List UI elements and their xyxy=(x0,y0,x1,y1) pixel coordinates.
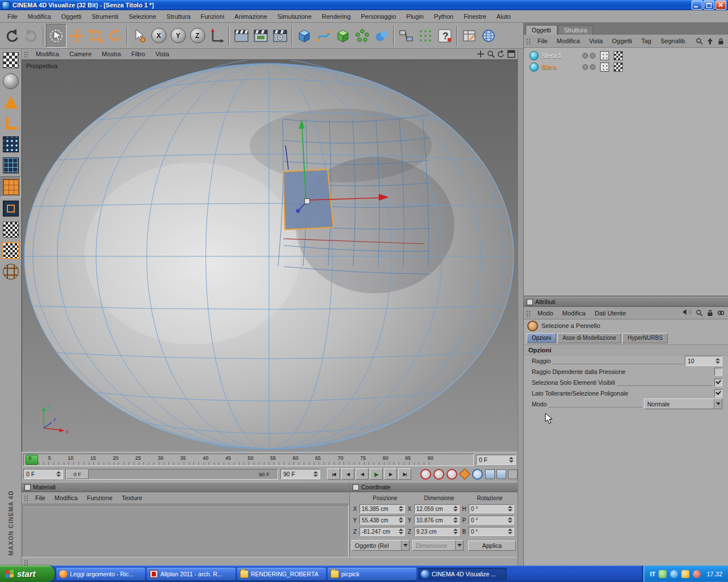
timeline-ruler[interactable]: 051015202530354045505560657075808590 xyxy=(23,454,474,466)
undo-icon[interactable] xyxy=(2,24,22,47)
panel-grip[interactable] xyxy=(526,38,531,44)
menu-item[interactable]: Funzioni xyxy=(196,12,230,21)
history-back-icon[interactable] xyxy=(682,309,686,315)
coordinate-mode-dropdown[interactable]: Oggetto (Rel xyxy=(351,540,410,551)
taskbar-task-rendering-folder[interactable]: RENDERING_ROBERTA xyxy=(237,568,326,580)
pressure-checkbox[interactable] xyxy=(714,368,722,376)
edges-mode-icon[interactable] xyxy=(1,155,20,175)
content-browser-icon[interactable] xyxy=(479,24,498,47)
modo-dropdown[interactable]: Normale xyxy=(644,398,722,409)
menu-item[interactable]: File xyxy=(2,12,23,21)
autokey-button[interactable] xyxy=(472,469,483,480)
search-icon[interactable] xyxy=(695,37,704,45)
playback-options-icon[interactable] xyxy=(497,469,506,479)
menu-item[interactable]: Rendering xyxy=(317,12,356,21)
phong-tag-icon[interactable] xyxy=(600,63,609,72)
viewport-menu-item[interactable]: Camere xyxy=(64,51,97,57)
menu-item[interactable]: Struttura xyxy=(162,12,196,21)
add-metaball-icon[interactable] xyxy=(372,24,391,47)
transport-button[interactable]: ◀ xyxy=(341,468,354,480)
tab-struttura[interactable]: Struttura xyxy=(558,25,593,35)
tray-icon-shield[interactable] xyxy=(659,570,667,578)
viewport-menu-item[interactable]: Vista xyxy=(150,51,174,57)
taskbar-task-cinema4d[interactable]: CINEMA 4D Visualize ... xyxy=(418,568,507,580)
menu-item[interactable]: Oggetti xyxy=(56,12,86,21)
visible-only-checkbox[interactable] xyxy=(714,379,722,386)
viewport-menu-item[interactable]: Modifica xyxy=(31,51,64,57)
tray-icon-volume[interactable] xyxy=(693,570,701,578)
texture-tag-icon[interactable] xyxy=(614,63,623,72)
om-menu-item[interactable]: Tag xyxy=(636,37,656,45)
keyframe-selection-icon[interactable] xyxy=(485,469,495,479)
coordinate-system-icon[interactable] xyxy=(207,24,226,47)
menu-item[interactable]: Python xyxy=(429,12,458,21)
menu-item[interactable]: Simulazione xyxy=(272,12,317,21)
add-spline-icon[interactable] xyxy=(314,24,333,47)
lock-y-axis-icon[interactable]: Y xyxy=(168,24,188,47)
particles-icon[interactable] xyxy=(416,24,435,47)
lock-x-axis-icon[interactable]: X xyxy=(149,24,168,47)
materials-menu-item[interactable]: Funzione xyxy=(82,494,117,502)
om-menu-item[interactable]: Segnalib. xyxy=(656,37,691,45)
record-scale-button[interactable] xyxy=(433,469,444,480)
points-mode-icon[interactable] xyxy=(1,134,20,154)
rotate-icon[interactable] xyxy=(105,24,125,47)
object-list[interactable]: Sfera.1 Sfera xyxy=(524,48,728,297)
pan-view-icon[interactable] xyxy=(476,50,485,58)
attributes-title-bar[interactable]: Attributi xyxy=(524,297,728,307)
record-rotation-button[interactable] xyxy=(446,469,457,480)
loop-start-field[interactable]: 0 F xyxy=(23,469,63,479)
render-view-icon[interactable] xyxy=(231,24,251,47)
render-picture-viewer-icon[interactable] xyxy=(270,24,289,47)
panel-grip[interactable] xyxy=(526,310,531,317)
taskbar-task-firefox[interactable]: Leggi argomento - Ric... xyxy=(56,568,145,580)
gizmo-center-handle[interactable] xyxy=(305,199,310,204)
link-icon[interactable] xyxy=(717,309,725,317)
menu-item[interactable]: Finestre xyxy=(458,12,491,21)
taskbar-task-picpick-folder[interactable]: picpick xyxy=(328,568,416,580)
record-parameter-icon[interactable] xyxy=(459,468,470,480)
dim-z-field[interactable]: 9.23 cm xyxy=(414,527,460,536)
preview-range-slider[interactable]: 0 F 90 F xyxy=(65,469,278,480)
menu-item[interactable]: Personaggio xyxy=(356,12,402,21)
viewport-solo-icon[interactable] xyxy=(1,261,20,281)
tab-oggetti[interactable]: Oggetti xyxy=(526,25,557,35)
materials-menu-item[interactable]: Modifica xyxy=(50,494,82,502)
scale-icon[interactable] xyxy=(86,24,105,47)
raggio-field[interactable]: 10 xyxy=(685,356,722,366)
transport-button[interactable]: ▶ xyxy=(370,468,383,480)
close-button[interactable] xyxy=(715,1,726,10)
texture-mode-icon[interactable] xyxy=(1,219,20,239)
add-hypernurbs-icon[interactable] xyxy=(333,24,353,47)
object-axis-mode-icon[interactable] xyxy=(1,113,20,133)
history-forward-icon[interactable] xyxy=(689,309,693,315)
texture-tag-icon[interactable] xyxy=(614,51,623,60)
record-position-button[interactable] xyxy=(420,469,431,480)
menu-item[interactable]: Aiuto xyxy=(491,12,516,21)
menu-item[interactable]: Modifica xyxy=(23,12,56,21)
minimize-button[interactable] xyxy=(692,1,702,10)
visibility-dots[interactable] xyxy=(582,53,595,59)
transport-button[interactable]: ◀ xyxy=(355,468,369,480)
menu-item[interactable]: Selezione xyxy=(123,12,161,21)
range-start-handle[interactable]: 0 F xyxy=(66,469,89,479)
options-section-header[interactable]: Opzioni xyxy=(524,344,728,355)
object-row[interactable]: Sfera xyxy=(524,61,728,73)
selection-arrow-icon[interactable] xyxy=(130,24,149,47)
rot-h-field[interactable]: 0 ° xyxy=(469,504,514,513)
tray-icon-update[interactable] xyxy=(681,570,689,578)
materials-list-area[interactable] xyxy=(22,505,349,559)
uv-mode-icon[interactable] xyxy=(1,198,20,218)
redo-icon[interactable] xyxy=(22,24,41,47)
om-menu-item[interactable]: Modifica xyxy=(552,37,585,45)
menu-item[interactable]: Strumenti xyxy=(86,12,123,21)
materials-title-bar[interactable]: Materiali xyxy=(22,482,349,492)
apply-button[interactable]: Applica xyxy=(468,541,516,551)
language-indicator[interactable]: IT xyxy=(650,571,656,577)
object-row[interactable]: Sfera.1 xyxy=(524,50,728,61)
transport-button[interactable]: |◀ xyxy=(327,468,340,480)
materials-menu-item[interactable]: File xyxy=(31,494,50,502)
add-array-icon[interactable] xyxy=(353,24,372,47)
visibility-dots[interactable] xyxy=(582,64,595,70)
restore-button[interactable] xyxy=(704,1,714,10)
